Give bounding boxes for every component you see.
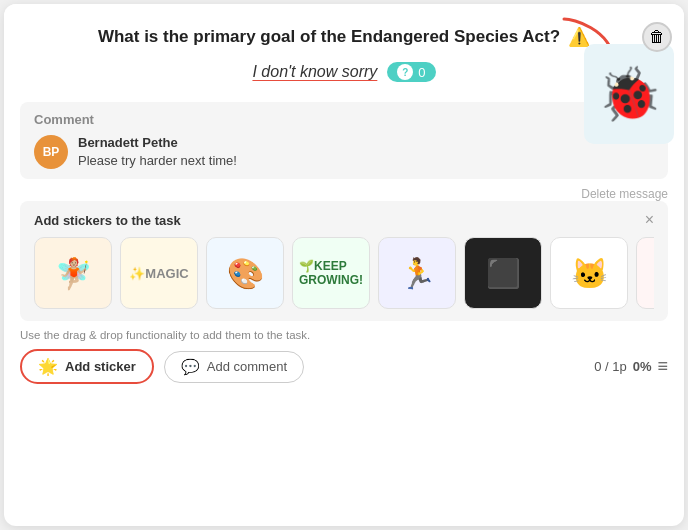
stickers-row: 🧚🏼 ✨MAGIC 🎨 🌱KEEPGROWING! 🏃 ⬛ 🐱 🧑 xyxy=(34,237,654,315)
comment-icon: 💬 xyxy=(181,358,200,376)
avatar-initials: BP xyxy=(43,145,60,159)
add-sticker-icon: 🌟 xyxy=(38,357,58,376)
score-badge: 0 / 1p 0% ≡ xyxy=(594,356,668,377)
main-container: What is the primary goal of the Endanger… xyxy=(4,4,684,526)
delete-message-link[interactable]: Delete message xyxy=(4,187,668,201)
badge-count: 0 xyxy=(418,65,425,80)
badge-question-icon: ? xyxy=(397,64,413,80)
list-item[interactable]: ✨MAGIC xyxy=(120,237,198,309)
add-comment-button[interactable]: 💬 Add comment xyxy=(164,351,304,383)
list-item[interactable]: 🧑 xyxy=(636,237,654,309)
sticker-card: 🐞 xyxy=(584,44,674,144)
stickers-section: Add stickers to the task × 🧚🏼 ✨MAGIC 🎨 🌱… xyxy=(20,201,668,321)
score-text: 0 / 1p xyxy=(594,359,627,374)
add-comment-label: Add comment xyxy=(207,359,287,374)
percent-text: 0% xyxy=(633,359,652,374)
add-sticker-label: Add sticker xyxy=(65,359,136,374)
comment-text: Please try harder next time! xyxy=(78,153,237,168)
answer-text: I don't know sorry xyxy=(252,63,377,81)
list-item[interactable]: 🏃 xyxy=(378,237,456,309)
question-text: What is the primary goal of the Endanger… xyxy=(98,27,560,47)
delete-sticker-button[interactable]: 🗑 xyxy=(642,22,672,52)
list-item[interactable]: 🧚🏼 xyxy=(34,237,112,309)
list-item[interactable]: 🎨 xyxy=(206,237,284,309)
stickers-header: Add stickers to the task × xyxy=(34,211,654,229)
comment-body: Bernadett Pethe Please try harder next t… xyxy=(78,135,237,168)
list-item[interactable]: ⬛ xyxy=(464,237,542,309)
menu-icon[interactable]: ≡ xyxy=(657,356,668,377)
close-stickers-icon[interactable]: × xyxy=(645,211,654,229)
sticker-overlay-area: 🗑 🐞 xyxy=(544,14,674,154)
stickers-label: Add stickers to the task xyxy=(34,213,181,228)
list-item[interactable]: 🐱 xyxy=(550,237,628,309)
bottom-bar: 🌟 Add sticker 💬 Add comment 0 / 1p 0% ≡ xyxy=(4,349,684,384)
trash-icon: 🗑 xyxy=(649,28,665,46)
add-sticker-button[interactable]: 🌟 Add sticker xyxy=(20,349,154,384)
commenter-name: Bernadett Pethe xyxy=(78,135,237,150)
answer-badge: ? 0 xyxy=(387,62,435,82)
list-item[interactable]: 🌱KEEPGROWING! xyxy=(292,237,370,309)
avatar: BP xyxy=(34,135,68,169)
stickers-hint: Use the drag & drop functionality to add… xyxy=(20,329,668,341)
sticker-character-emoji: 🐞 xyxy=(597,64,662,125)
